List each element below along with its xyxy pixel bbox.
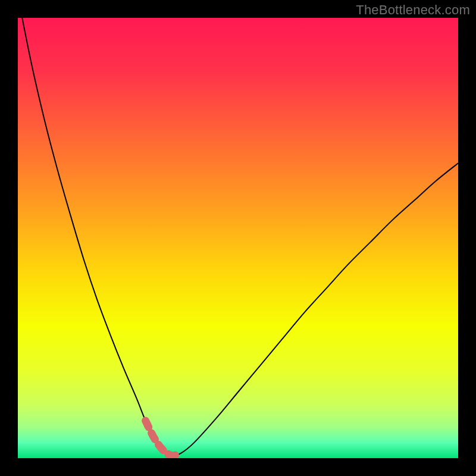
plot-area [18,18,458,458]
chart-frame: TheBottleneck.com [0,0,476,476]
bottleneck-chart [18,18,458,458]
watermark-text: TheBottleneck.com [356,2,470,18]
